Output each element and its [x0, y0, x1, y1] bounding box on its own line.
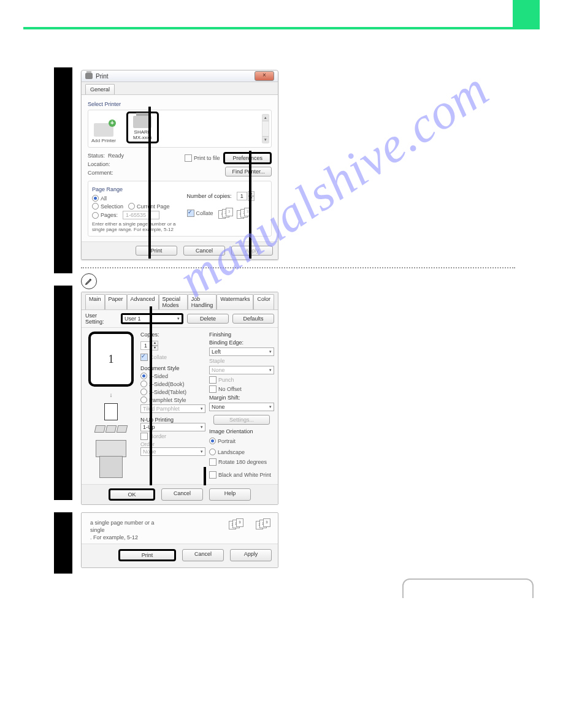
status-value: Ready [108, 153, 124, 159]
finishing-label: Finishing [209, 332, 274, 338]
page-range-hint: a single page number or a single . For e… [90, 519, 170, 541]
no-offset-check[interactable]: No Offset [209, 385, 274, 393]
user-setting-label: User Setting: [85, 313, 117, 325]
print-button[interactable]: Print [118, 549, 176, 561]
punch-check[interactable]: Punch [209, 376, 274, 384]
step-3-sidebar [54, 512, 72, 574]
cancel-button[interactable]: Cancel [183, 246, 225, 256]
cancel-button[interactable]: Cancel [182, 549, 224, 561]
step-1-sidebar [54, 67, 72, 273]
collate-icon: 123 [237, 208, 250, 218]
collate-icon: 123 [256, 519, 269, 529]
callout-line [204, 467, 206, 485]
cancel-button[interactable]: Cancel [161, 488, 203, 501]
tab-general[interactable]: General [85, 84, 115, 94]
print-dialog-bottom: a single page number or a single . For e… [81, 512, 278, 568]
collate-icon: 123 [218, 208, 232, 218]
close-button[interactable]: × [255, 71, 274, 81]
border-check[interactable]: Border [140, 433, 166, 440]
radio-portrait[interactable]: Portrait [209, 438, 236, 444]
print-button[interactable]: Print [136, 246, 177, 256]
location-label: Location: [88, 160, 124, 169]
tab-watermarks[interactable]: Watermarks [216, 294, 253, 309]
dashed-separator [81, 267, 515, 268]
delete-button[interactable]: Delete [187, 314, 229, 324]
settings-button[interactable]: Settings... [213, 415, 270, 425]
tab-main[interactable]: Main [85, 294, 105, 309]
page-range-label: Page Range [92, 186, 181, 192]
print-to-file-check[interactable]: Print to file [185, 154, 220, 162]
tab-advanced[interactable]: Advanced [127, 294, 159, 309]
staple-select[interactable]: None▾ [209, 366, 274, 374]
page-range-hint: Enter either a single page number or a s… [92, 221, 181, 232]
step-2-sidebar [54, 286, 72, 500]
staple-label: Staple [209, 358, 274, 364]
header-accent-block [513, 0, 540, 27]
preferences-button[interactable]: Preferences [223, 152, 272, 164]
tab-special-modes[interactable]: Special Modes [159, 294, 188, 309]
radio-2book[interactable]: 2-Sided(Book) [140, 381, 185, 387]
help-button[interactable]: Help [209, 488, 251, 501]
copies-value: 1 [237, 192, 247, 200]
tab-color[interactable]: Color [253, 294, 274, 309]
radio-2tablet[interactable]: 2-Sided(Tablet) [140, 389, 186, 395]
pages-input[interactable]: 1-65535 [123, 211, 159, 219]
print-dialog-title: Print [96, 73, 109, 80]
callout-line [249, 151, 251, 259]
comment-label: Comment: [88, 169, 124, 177]
printer-list: Add Printer SHARP MX-xxxx ▴▾ [88, 110, 272, 148]
printer-list-scrollbar[interactable]: ▴▾ [262, 114, 269, 143]
rotate180-check[interactable]: Rotate 180 degrees [209, 458, 274, 466]
selected-printer[interactable]: SHARP MX-xxxx [126, 112, 159, 143]
margin-shift-label: Margin Shift: [209, 395, 274, 401]
radio-selection[interactable]: Selection [92, 203, 123, 210]
radio-all[interactable]: All [92, 195, 107, 202]
add-printer-label: Add Printer [91, 138, 117, 143]
preview-column: 1 ↓ [85, 332, 137, 480]
preview-small-page [104, 403, 118, 420]
printer-icon [85, 73, 93, 79]
preview-page: 1 [88, 332, 134, 387]
radio-landscape[interactable]: Landscape [209, 449, 245, 455]
copies-label: Number of copies: [187, 193, 232, 199]
callout-line [150, 306, 152, 485]
radio-pamphlet[interactable]: Pamphlet Style [140, 396, 186, 403]
ok-button[interactable]: OK [109, 488, 155, 501]
margin-shift-select[interactable]: None▾ [209, 403, 274, 411]
status-row: Status: Ready Location: Comment: Print t… [88, 151, 272, 177]
select-printer-label: Select Printer [88, 101, 272, 107]
header-accent-line [23, 27, 540, 29]
apply-button[interactable]: Apply [230, 549, 272, 561]
contents-button[interactable] [402, 578, 534, 598]
add-printer[interactable]: Add Printer [91, 123, 117, 143]
status-label: Status: [88, 153, 105, 159]
status-labels: Status: Ready Location: Comment: [88, 151, 124, 177]
binding-edge-select[interactable]: Left▾ [209, 347, 274, 356]
defaults-button[interactable]: Defaults [232, 314, 274, 324]
user-setting-select[interactable]: User 1▾ [121, 313, 183, 324]
printer-drawing [90, 438, 132, 480]
tab-job-handling[interactable]: Job Handling [188, 294, 217, 309]
callout-line [148, 107, 151, 259]
radio-1sided[interactable]: 1-Sided [140, 373, 168, 379]
apply-button[interactable]: Apply [231, 246, 273, 256]
header-bar [23, 0, 540, 31]
print-dialog-titlebar: Print × [82, 70, 278, 82]
tab-paper[interactable]: Paper [105, 294, 127, 309]
copies-spinner[interactable]: 1 ▴▾ [237, 191, 255, 201]
preferences-dialog: Main Paper Advanced Special Modes Job Ha… [81, 292, 278, 505]
collate-check[interactable]: Collate [187, 210, 213, 217]
orientation-label: Image Orientation [209, 428, 274, 434]
radio-pages[interactable]: Pages: [92, 212, 118, 219]
bw-check[interactable]: Black and White Print [209, 471, 274, 479]
collate-icon: 123 [229, 519, 242, 529]
binding-edge-label: Binding Edge: [209, 339, 274, 346]
